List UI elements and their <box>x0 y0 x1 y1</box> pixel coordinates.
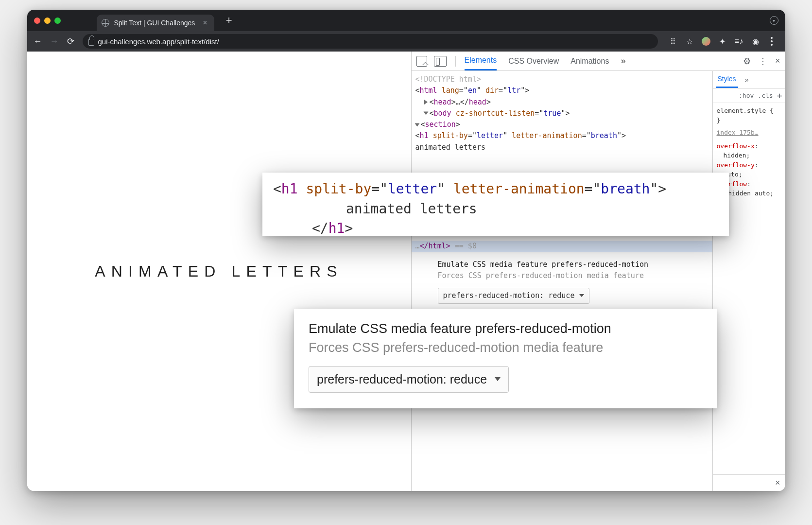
star-icon[interactable]: ☆ <box>685 37 694 46</box>
caret-down-icon <box>495 377 501 381</box>
styles-panel: Styles » :hov .cls + element.style { } i… <box>712 71 785 491</box>
close-tab-button[interactable]: × <box>203 18 207 27</box>
tab-animations[interactable]: Animations <box>570 52 609 70</box>
rendering-title: Emulate CSS media feature prefers-reduce… <box>438 259 702 270</box>
kebab-menu-icon[interactable]: ⋮ <box>759 56 767 67</box>
gear-icon[interactable]: ⚙ <box>743 56 751 67</box>
callout-code-snippet: <h1 split-by="letter" letter-animation="… <box>262 173 729 236</box>
callout-emulate-select[interactable]: prefers-reduced-motion: reduce <box>309 366 509 392</box>
toolbar-right: ⠿ ☆ ✦ ≡♪ ◉ <box>665 37 779 46</box>
dom-h1-open[interactable]: <h1 split-by="letter" letter-animation="… <box>412 130 712 141</box>
dom-selected-line[interactable]: …</html> == $0 <box>412 241 712 252</box>
inspect-element-button[interactable] <box>416 56 427 67</box>
element-style-open: element.style { <box>717 106 781 116</box>
address-bar[interactable]: gui-challenges.web.app/split-text/dist/ <box>83 34 658 49</box>
element-style-close: } <box>717 116 781 125</box>
forward-button[interactable]: → <box>50 36 59 47</box>
dom-h1-text[interactable]: animated letters <box>412 142 712 153</box>
toggle-device-toolbar-button[interactable] <box>434 56 447 67</box>
translate-icon[interactable]: ⠿ <box>669 37 677 46</box>
styles-body[interactable]: element.style { } index 175b… overflow-x… <box>713 103 785 474</box>
new-tab-button[interactable]: + <box>226 14 232 27</box>
tab-elements[interactable]: Elements <box>465 52 497 70</box>
callout-code-text: animated letters <box>273 199 718 219</box>
url-text: gui-challenges.web.app/split-text/dist/ <box>98 37 219 46</box>
toolbar: ← → ⟳ gui-challenges.web.app/split-text/… <box>27 31 785 52</box>
callout-emulate-subtitle: Forces CSS prefers-reduced-motion media … <box>309 338 702 357</box>
separator <box>455 56 456 67</box>
rendering-select[interactable]: prefers-reduced-motion: reduce <box>438 288 590 304</box>
tab-css-overview[interactable]: CSS Overview <box>508 52 559 70</box>
devtools-tabs: Elements CSS Overview Animations » <box>465 52 736 70</box>
back-button[interactable]: ← <box>33 36 43 47</box>
rendering-subtitle: Forces CSS prefers-reduced-motion media … <box>438 270 702 281</box>
browser-menu-button[interactable] <box>768 37 776 46</box>
hov-toggle[interactable]: :hov <box>739 92 754 99</box>
dom-head[interactable]: <head>…</head> <box>412 97 712 108</box>
tab-search-button[interactable]: ▾ <box>770 16 778 25</box>
callout-emulate-title: Emulate CSS media feature prefers-reduce… <box>309 319 702 338</box>
styles-filter-row: :hov .cls + <box>713 88 785 103</box>
viewport: ANIMATED LETTERS Elements CSS Overview A… <box>27 52 785 491</box>
page-content: ANIMATED LETTERS <box>27 52 411 491</box>
styles-tabs: Styles » <box>713 71 785 88</box>
extensions-icon[interactable]: ✦ <box>718 37 727 46</box>
reload-button[interactable]: ⟳ <box>66 36 76 47</box>
rendering-select-value: prefers-reduced-motion: reduce <box>443 290 575 301</box>
devtools-panel: Elements CSS Overview Animations » ⚙ ⋮ ×… <box>411 52 785 491</box>
fullscreen-window-button[interactable] <box>54 18 61 24</box>
dom-section-open[interactable]: <section> <box>412 119 712 130</box>
new-style-rule-button[interactable]: + <box>777 90 782 101</box>
profile-avatar-icon[interactable]: ◉ <box>751 37 760 46</box>
minimize-window-button[interactable] <box>44 18 51 24</box>
callout-emulate: Emulate CSS media feature prefers-reduce… <box>294 309 717 408</box>
close-window-button[interactable] <box>34 18 40 24</box>
prop-value[interactable]: hidden; <box>717 151 781 160</box>
lock-icon <box>88 39 94 46</box>
globe-icon <box>102 19 109 27</box>
dom-html-open[interactable]: <html lang="en" dir="ltr"> <box>412 85 712 96</box>
tab-strip: Split Text | GUI Challenges × + ▾ <box>27 10 785 31</box>
equalizer-icon[interactable]: ≡♪ <box>735 37 743 46</box>
more-styles-tabs[interactable]: » <box>743 72 751 88</box>
callout-emulate-select-value: prefers-reduced-motion: reduce <box>317 370 487 388</box>
prop-value[interactable]: hidden auto; <box>728 190 774 197</box>
window-controls <box>34 18 61 24</box>
browser-window: Split Text | GUI Challenges × + ▾ ← → ⟳ … <box>27 10 785 491</box>
close-drawer-button[interactable]: × <box>775 478 780 488</box>
close-devtools-button[interactable]: × <box>775 56 780 66</box>
tab-title: Split Text | GUI Challenges <box>114 19 195 27</box>
prop-name[interactable]: overflow-x <box>717 142 755 150</box>
devtools-toolbar: Elements CSS Overview Animations » ⚙ ⋮ × <box>412 52 785 71</box>
page-heading: ANIMATED LETTERS <box>95 262 343 280</box>
browser-tab[interactable]: Split Text | GUI Challenges × <box>97 15 214 31</box>
cls-toggle[interactable]: .cls <box>758 92 773 99</box>
dom-doctype: <!DOCTYPE html> <box>412 74 712 85</box>
prop-name[interactable]: overflow-y <box>717 161 755 169</box>
dom-body-open[interactable]: <body cz-shortcut-listen="true"> <box>412 108 712 119</box>
dom-tree[interactable]: <!DOCTYPE html> <html lang="en" dir="ltr… <box>412 71 712 491</box>
tab-styles[interactable]: Styles <box>716 71 738 88</box>
color-picker-extension-icon[interactable] <box>702 37 710 46</box>
stylesheet-link[interactable]: index 175b… <box>717 128 781 138</box>
more-tabs-button[interactable]: » <box>621 56 625 66</box>
caret-down-icon <box>579 294 584 297</box>
